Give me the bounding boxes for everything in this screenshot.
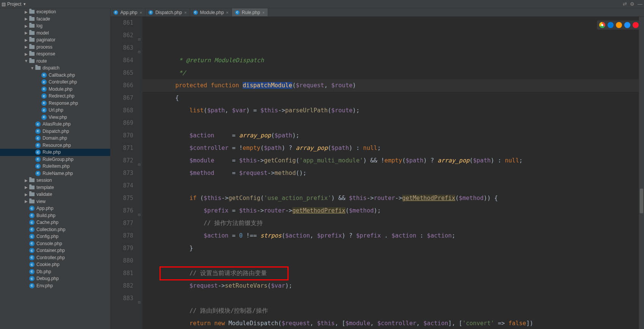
code-line[interactable]: $module = $this->getConfig('app_multi_mo… (142, 154, 639, 167)
tree-item-collection-php[interactable]: CCollection.php (0, 226, 110, 233)
tree-item-paginator[interactable]: ▶paginator (0, 36, 110, 44)
fold-toggle-icon[interactable]: ⊟ (138, 208, 140, 221)
tree-item-route[interactable]: ▼route (0, 58, 110, 65)
code-line[interactable] (142, 292, 639, 305)
code-line[interactable]: protected function dispatchModule($reque… (142, 79, 639, 92)
tree-item-validate[interactable]: ▶validate (0, 191, 110, 198)
code-line[interactable] (142, 117, 639, 129)
tree-item-session[interactable]: ▶session (0, 177, 110, 184)
code-line[interactable]: */ (142, 67, 639, 79)
tree-item-view-php[interactable]: CView.php (0, 114, 110, 121)
project-dropdown[interactable]: ▤ Project ▼ (2, 2, 26, 7)
tree-item-controller-php[interactable]: CController.php (0, 79, 110, 86)
chrome-icon[interactable] (599, 22, 605, 28)
tree-item-log[interactable]: ▶log (0, 22, 110, 30)
tree-item-view[interactable]: ▶view (0, 198, 110, 205)
tree-item-ruleitem-php[interactable]: CRuleItem.php (0, 163, 110, 170)
tree-item-cache-php[interactable]: CCache.php (0, 219, 110, 226)
project-tree[interactable]: ▶exception▶facade▶log▶model▶paginator▶pr… (0, 8, 110, 329)
tree-item-app-php[interactable]: CApp.php (0, 205, 110, 212)
tree-item-rule-php[interactable]: CRule.php (0, 149, 110, 156)
close-icon[interactable]: × (262, 10, 265, 15)
vertical-scrollbar[interactable] (639, 17, 644, 329)
opera-icon[interactable] (633, 22, 639, 28)
editor-tab-module-php[interactable]: CModule.php× (190, 8, 232, 16)
firefox-icon[interactable] (616, 22, 622, 28)
code-line[interactable]: * @return ModuleDispatch (142, 54, 639, 67)
tree-item-env-php[interactable]: CEnv.php (0, 282, 110, 290)
scrollbar-thumb[interactable] (640, 189, 643, 214)
fold-toggle-icon[interactable]: ⊟ (138, 46, 140, 58)
code-line[interactable]: list($path, $var) = $this->parseUrlPath(… (142, 104, 639, 117)
tree-collapsed-icon[interactable]: ▶ (24, 10, 28, 14)
tree-item-console-php[interactable]: CConsole.php (0, 240, 110, 247)
code-line[interactable]: // 路由到模块/控制器/操作 (142, 305, 639, 317)
close-icon[interactable]: × (226, 10, 228, 15)
code-editor[interactable]: 8618628638648658668678688698708718728738… (110, 17, 644, 329)
code-line[interactable] (142, 255, 639, 267)
tree-collapsed-icon[interactable]: ▶ (24, 45, 28, 49)
editor-tab-dispatch-php[interactable]: CDispatch.php× (145, 8, 190, 16)
safari-icon[interactable] (624, 22, 630, 28)
tree-item-build-php[interactable]: CBuild.php (0, 212, 110, 219)
tree-collapsed-icon[interactable]: ▶ (24, 192, 28, 197)
tree-item-cookie-php[interactable]: CCookie.php (0, 261, 110, 268)
tree-item-debug-php[interactable]: CDebug.php (0, 275, 110, 282)
close-icon[interactable]: × (184, 10, 186, 15)
code-line[interactable]: if ($this->getConfig('use_action_prefix'… (142, 192, 639, 205)
editor-tab-rule-php[interactable]: CRule.php× (232, 8, 268, 16)
tree-expanded-icon[interactable]: ▼ (24, 59, 28, 63)
tree-item-facade[interactable]: ▶facade (0, 16, 110, 23)
fold-toggle-icon[interactable]: ⊟ (138, 33, 140, 46)
code-line[interactable]: $request->setRouteVars($var); (142, 280, 639, 292)
tree-item-module-php[interactable]: CModule.php (0, 86, 110, 93)
tree-item-aliasrule-php[interactable]: CAliasRule.php (0, 121, 110, 128)
fold-toggle-icon[interactable]: ⊟ (138, 158, 140, 171)
tree-collapsed-icon[interactable]: ▶ (24, 38, 28, 42)
code-line[interactable]: // 操作方法前缀支持 (142, 217, 639, 230)
gear-icon[interactable]: ⚙ (630, 1, 635, 7)
tree-item-dispatch[interactable]: ▼dispatch (0, 65, 110, 72)
tree-item-template[interactable]: ▶template (0, 184, 110, 191)
tree-expanded-icon[interactable]: ▼ (30, 66, 34, 70)
tree-item-response-php[interactable]: CResponse.php (0, 100, 110, 107)
close-icon[interactable]: × (140, 10, 142, 15)
tree-collapsed-icon[interactable]: ▶ (24, 52, 28, 56)
tree-collapsed-icon[interactable]: ▶ (24, 17, 28, 21)
code-line[interactable]: } (142, 242, 639, 255)
tree-item-domain-php[interactable]: CDomain.php (0, 135, 110, 142)
code-line[interactable]: $controller = !empty($path) ? array_pop(… (142, 142, 639, 154)
edge-icon[interactable] (608, 22, 614, 28)
tree-item-controller-php[interactable]: CController.php (0, 254, 110, 261)
tree-item-redirect-php[interactable]: CRedirect.php (0, 93, 110, 100)
code-line[interactable]: $prefix = $this->router->getMethodPrefix… (142, 205, 639, 217)
code-content[interactable]: * @return ModuleDispatch */ protected fu… (142, 17, 639, 329)
tree-item-resource-php[interactable]: CResource.php (0, 142, 110, 149)
tree-collapsed-icon[interactable]: ▶ (24, 185, 28, 189)
tree-item-exception[interactable]: ▶exception (0, 8, 110, 16)
code-line[interactable]: $action = array_pop($path); (142, 129, 639, 142)
tree-item-db-php[interactable]: CDb.php (0, 268, 110, 275)
fold-toggle-icon[interactable]: ⊟ (138, 296, 140, 309)
tree-item-url-php[interactable]: CUrl.php (0, 107, 110, 114)
code-line[interactable]: // 设置当前请求的路由变量 (142, 267, 639, 280)
tree-item-rulename-php[interactable]: CRuleName.php (0, 170, 110, 177)
tree-collapsed-icon[interactable]: ▶ (24, 199, 28, 203)
tree-item-config-php[interactable]: CConfig.php (0, 233, 110, 240)
tree-item-dispatch-php[interactable]: CDispatch.php (0, 128, 110, 135)
tree-collapsed-icon[interactable]: ▶ (24, 24, 28, 28)
code-line[interactable]: $method = $request->method(); (142, 167, 639, 179)
editor-tab-app-php[interactable]: CApp.php× (110, 8, 145, 16)
tree-item-container-php[interactable]: CContainer.php (0, 247, 110, 254)
tree-item-model[interactable]: ▶model (0, 30, 110, 37)
tree-item-rulegroup-php[interactable]: CRuleGroup.php (0, 156, 110, 163)
tree-item-callback-php[interactable]: CCallback.php (0, 72, 110, 79)
code-line[interactable]: return new ModuleDispatch($request, $thi… (142, 317, 639, 329)
code-line[interactable]: $action = 0 !== strpos($action, $prefix)… (142, 230, 639, 242)
tree-item-process[interactable]: ▶process (0, 44, 110, 51)
tree-item-response[interactable]: ▶response (0, 50, 110, 58)
tree-collapsed-icon[interactable]: ▶ (24, 178, 28, 183)
collapse-icon[interactable]: ⇄ (623, 1, 627, 7)
code-line[interactable]: { (142, 92, 639, 104)
tree-collapsed-icon[interactable]: ▶ (24, 31, 28, 35)
